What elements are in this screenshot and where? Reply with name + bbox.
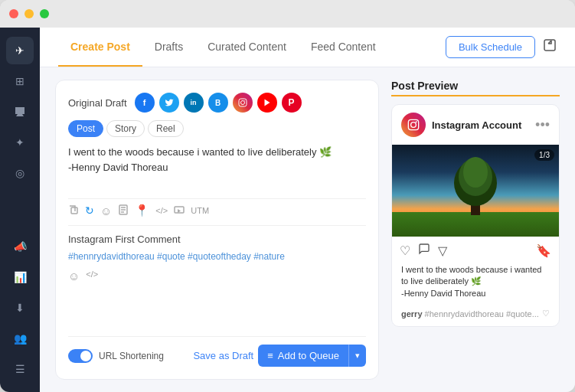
emoji-icon-2[interactable]: ☺ bbox=[68, 270, 80, 283]
tab-feed-content[interactable]: Feed Content bbox=[299, 28, 388, 67]
sidebar-item-network[interactable]: ✦ bbox=[6, 129, 34, 156]
sidebar-item-grid[interactable]: ⊞ bbox=[6, 67, 34, 95]
image-counter: 1/3 bbox=[534, 149, 554, 161]
add-queue-dropdown-button[interactable]: ▾ bbox=[348, 345, 366, 367]
url-shortening-label: URL Shortening bbox=[99, 351, 164, 361]
svg-point-13 bbox=[411, 122, 417, 128]
first-comment-label: Instagram First Comment bbox=[68, 234, 366, 245]
post-preview-label: Post Preview bbox=[391, 80, 560, 96]
svg-point-3 bbox=[244, 100, 245, 101]
location-icon[interactable]: 📍 bbox=[135, 204, 149, 217]
preview-post-text: I went to the woods because i wanted to … bbox=[392, 264, 559, 305]
svg-rect-10 bbox=[175, 207, 184, 213]
svg-rect-16 bbox=[392, 212, 559, 237]
linkedin-icon[interactable]: in bbox=[184, 93, 204, 113]
original-draft-label: Original Draft bbox=[68, 97, 127, 109]
export-button[interactable] bbox=[543, 38, 557, 56]
pinterest-icon[interactable]: P bbox=[282, 93, 302, 113]
app-body: ✈ ⊞ ✦ ◎ 📣 📊 ⬇ 👥 ☰ Create Post Drafts Cur… bbox=[0, 28, 575, 392]
share-icon[interactable]: ▽ bbox=[438, 243, 447, 258]
editor-header: Original Draft f in B bbox=[68, 93, 366, 113]
like-icon[interactable]: ♡ bbox=[400, 243, 410, 258]
comment-text: #hennrydavidthoreau #quote... bbox=[425, 309, 539, 318]
hashtag-text: #hennrydavidthoreau #quote #quoteoftheda… bbox=[68, 250, 366, 263]
sidebar-item-send[interactable]: ✈ bbox=[6, 37, 34, 64]
svg-marker-4 bbox=[264, 100, 270, 106]
close-button[interactable] bbox=[9, 9, 18, 18]
code-icon-2[interactable]: </> bbox=[86, 270, 98, 283]
maximize-button[interactable] bbox=[40, 9, 49, 18]
url-shortening-toggle[interactable] bbox=[68, 349, 93, 363]
comment-toolbar: ☺ </> bbox=[68, 270, 366, 283]
sidebar-item-list[interactable]: ☰ bbox=[6, 355, 34, 383]
code-icon[interactable]: </> bbox=[155, 206, 168, 215]
comment-username: gerry bbox=[401, 309, 423, 318]
post-editor: Original Draft f in B bbox=[55, 80, 379, 380]
tab-post[interactable]: Post bbox=[68, 120, 103, 137]
buffer-icon[interactable]: B bbox=[208, 93, 228, 113]
account-name: Instagram Account bbox=[432, 119, 521, 131]
facebook-icon[interactable]: f bbox=[135, 93, 155, 113]
bookmark-icon[interactable]: 🔖 bbox=[536, 243, 551, 258]
svg-point-14 bbox=[416, 121, 417, 122]
first-comment-section: Instagram First Comment #hennrydavidthor… bbox=[68, 225, 366, 283]
tab-reel[interactable]: Reel bbox=[148, 120, 184, 137]
tab-create-post[interactable]: Create Post bbox=[58, 28, 142, 67]
sidebar-item-megaphone[interactable]: 📣 bbox=[6, 233, 34, 260]
sidebar-item-chat[interactable] bbox=[6, 98, 34, 126]
editor-footer: URL Shortening Save as Draft ≡ Add to Qu… bbox=[68, 336, 366, 367]
youtube-icon[interactable] bbox=[257, 93, 277, 113]
preview-panel: Post Preview Instagram Account ••• bbox=[391, 80, 560, 380]
sidebar-item-chart[interactable]: 📊 bbox=[6, 263, 34, 291]
editor-toolbar: ↻ ☺ 📍 </> UTM bbox=[68, 198, 366, 217]
preview-card: Instagram Account ••• bbox=[391, 104, 560, 327]
tab-story[interactable]: Story bbox=[106, 120, 145, 137]
nav-tabs: Create Post Drafts Curated Content Feed … bbox=[58, 28, 446, 67]
preview-image: 1/3 bbox=[392, 145, 559, 237]
add-to-queue-button[interactable]: ≡ Add to Queue bbox=[258, 345, 348, 367]
queue-icon: ≡ bbox=[267, 350, 273, 361]
add-queue-wrap: ≡ Add to Queue ▾ bbox=[258, 345, 366, 367]
preview-actions: ♡ ▽ 🔖 bbox=[392, 237, 559, 264]
nav-actions: Bulk Schedule bbox=[446, 36, 557, 58]
save-draft-button[interactable]: Save as Draft bbox=[193, 350, 253, 361]
tab-curated-content[interactable]: Curated Content bbox=[195, 28, 299, 67]
post-text-content: I went to the woods because i wanted to … bbox=[68, 146, 332, 173]
more-options-icon[interactable]: ••• bbox=[535, 117, 550, 133]
post-text: I went to the woods because i wanted to … bbox=[68, 145, 366, 191]
content-area: Original Draft f in B bbox=[40, 67, 575, 392]
preview-account: Instagram Account bbox=[401, 113, 521, 137]
preview-card-header: Instagram Account ••• bbox=[392, 105, 559, 145]
svg-point-2 bbox=[240, 101, 244, 105]
tab-drafts[interactable]: Drafts bbox=[142, 28, 195, 67]
preview-image-background bbox=[392, 145, 559, 237]
comment-like-icon[interactable]: ♡ bbox=[542, 309, 550, 318]
copy-icon[interactable] bbox=[68, 204, 79, 217]
title-bar bbox=[0, 0, 575, 28]
preview-comment: gerry #hennrydavidthoreau #quote... ♡ bbox=[392, 305, 559, 326]
sidebar-item-users[interactable]: 👥 bbox=[6, 325, 34, 352]
url-shortening: URL Shortening bbox=[68, 349, 164, 363]
footer-actions: Save as Draft ≡ Add to Queue ▾ bbox=[193, 345, 366, 367]
minimize-button[interactable] bbox=[25, 9, 34, 18]
svg-rect-5 bbox=[71, 207, 77, 214]
top-nav: Create Post Drafts Curated Content Feed … bbox=[40, 28, 575, 67]
instagram-icon[interactable] bbox=[233, 93, 253, 113]
bulk-schedule-button[interactable]: Bulk Schedule bbox=[446, 36, 535, 58]
twitter-icon[interactable] bbox=[159, 93, 179, 113]
svg-rect-1 bbox=[239, 99, 247, 106]
add-queue-label: Add to Queue bbox=[278, 350, 339, 361]
document-icon[interactable] bbox=[118, 204, 129, 217]
svg-point-20 bbox=[463, 157, 488, 188]
post-type-tabs: Post Story Reel bbox=[68, 120, 366, 137]
media-icon[interactable] bbox=[174, 204, 185, 217]
sidebar-item-download[interactable]: ⬇ bbox=[6, 294, 34, 322]
recycle-icon[interactable]: ↻ bbox=[85, 204, 94, 217]
emoji-icon[interactable]: ☺ bbox=[100, 204, 112, 217]
svg-rect-12 bbox=[408, 119, 418, 129]
app-window: ✈ ⊞ ✦ ◎ 📣 📊 ⬇ 👥 ☰ Create Post Drafts Cur… bbox=[0, 0, 575, 392]
utm-label[interactable]: UTM bbox=[191, 206, 209, 215]
comment-action-icon[interactable] bbox=[418, 243, 430, 258]
sidebar: ✈ ⊞ ✦ ◎ 📣 📊 ⬇ 👥 ☰ bbox=[0, 28, 40, 392]
sidebar-item-target[interactable]: ◎ bbox=[6, 159, 34, 187]
